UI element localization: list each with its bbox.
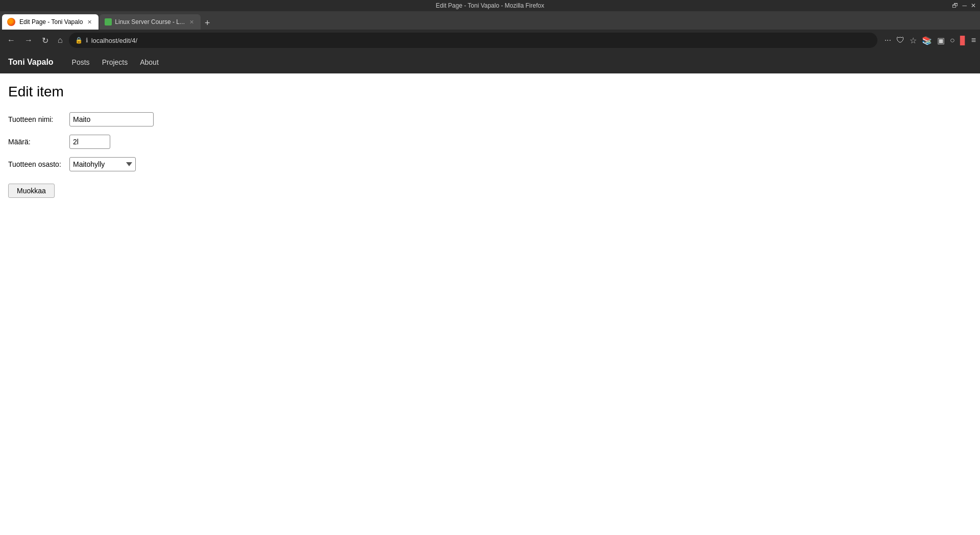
window-controls[interactable]: 🗗 ─ ✕: [952, 2, 976, 9]
nav-posts[interactable]: Posts: [66, 56, 96, 68]
toolbar-right: ··· 🛡 ☆ 📚 ▣ ○ ▊ ≡: [885, 36, 976, 45]
lock-icon: 🔒: [75, 37, 83, 44]
more-icon[interactable]: ···: [885, 36, 891, 45]
form-row-name: Tuotteen nimi:: [8, 112, 972, 126]
site-title[interactable]: Toni Vapalo: [8, 58, 54, 67]
address-text[interactable]: localhost/edit/4/: [91, 37, 137, 44]
form-row-category: Tuotteen osasto: Maitohylly Lihattomat H…: [8, 157, 972, 171]
nav-projects[interactable]: Projects: [96, 56, 134, 68]
restore-button[interactable]: 🗗: [952, 2, 958, 9]
title-bar: Edit Page - Toni Vapalo - Mozilla Firefo…: [0, 0, 980, 11]
tab-label: Edit Page - Toni Vapalo: [19, 18, 83, 26]
tab-linux-course[interactable]: Linux Server Course - L... ✕: [100, 14, 201, 30]
home-button[interactable]: ⌂: [55, 34, 66, 47]
name-input[interactable]: [69, 112, 154, 126]
submit-button[interactable]: Muokkaa: [8, 184, 55, 198]
tab2-close-button[interactable]: ✕: [188, 18, 195, 26]
main-content: Edit item Tuotteen nimi: Määrä: Tuotteen…: [0, 73, 980, 208]
address-bar: ← → ↻ ⌂ 🔒 ℹ localhost/edit/4/ ··· 🛡 ☆ 📚 …: [0, 30, 980, 51]
tab-edit-page[interactable]: Edit Page - Toni Vapalo ✕: [2, 14, 99, 30]
nav-bar: Toni Vapalo Posts Projects About: [0, 51, 980, 73]
tab2-icon: [105, 18, 112, 26]
menu-icon[interactable]: ≡: [971, 36, 976, 45]
tabs-icon[interactable]: ▣: [937, 36, 945, 45]
back-button[interactable]: ←: [4, 34, 18, 47]
category-select[interactable]: Maitohylly Lihattomat Hedelmät Vihanneks…: [69, 157, 136, 171]
tab-close-button[interactable]: ✕: [86, 18, 93, 26]
address-input-wrap[interactable]: 🔒 ℹ localhost/edit/4/: [69, 33, 877, 48]
form-row-submit: Muokkaa: [8, 180, 972, 198]
form-row-amount: Määrä:: [8, 135, 972, 149]
page-title: Edit item: [8, 84, 972, 100]
shield-icon[interactable]: 🛡: [896, 36, 904, 45]
firefox-icon: [7, 18, 15, 26]
forward-button[interactable]: →: [21, 34, 36, 47]
new-tab-button[interactable]: +: [202, 18, 213, 29]
nav-about[interactable]: About: [134, 56, 165, 68]
category-select-wrap: Maitohylly Lihattomat Hedelmät Vihanneks…: [69, 157, 136, 171]
library-icon[interactable]: 📚: [922, 36, 932, 45]
amount-label: Määrä:: [8, 138, 69, 146]
minimize-button[interactable]: ─: [962, 2, 967, 9]
info-icon: ℹ: [86, 37, 88, 44]
account-icon[interactable]: ○: [950, 36, 955, 45]
extension-icon[interactable]: ▊: [960, 36, 966, 45]
category-label: Tuotteen osasto:: [8, 160, 69, 168]
reload-button[interactable]: ↻: [39, 34, 52, 47]
amount-input[interactable]: [69, 135, 110, 149]
close-button[interactable]: ✕: [971, 2, 976, 9]
name-label: Tuotteen nimi:: [8, 115, 69, 123]
tab2-label: Linux Server Course - L...: [115, 18, 185, 26]
star-icon[interactable]: ☆: [910, 36, 917, 45]
window-title: Edit Page - Toni Vapalo - Mozilla Firefo…: [436, 2, 544, 9]
tab-bar: Edit Page - Toni Vapalo ✕ Linux Server C…: [0, 11, 980, 30]
